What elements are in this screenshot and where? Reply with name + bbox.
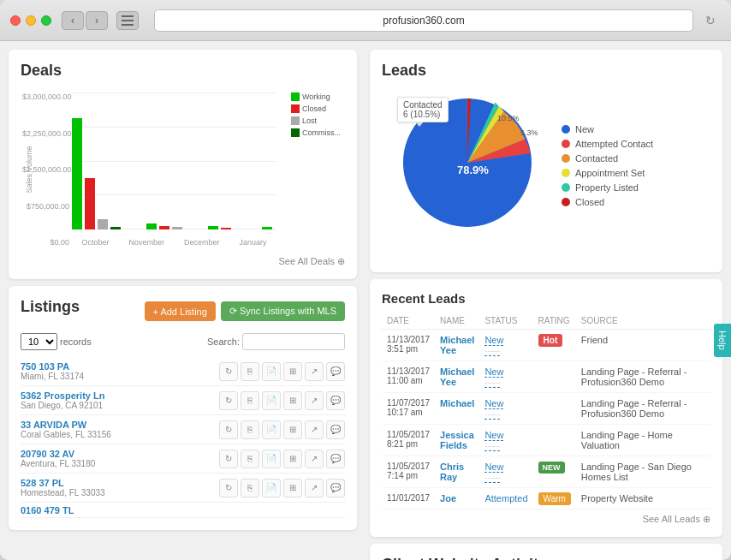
share-icon[interactable]: ↗: [305, 420, 324, 439]
lead-name-link[interactable]: MichaelYee: [440, 335, 474, 355]
listings-card: Listings + Add Listing ⟳ Sync Listings w…: [9, 286, 357, 530]
listing-row: 750 103 PA Miami, FL 33174 ↻ ⎘ 📄 ⊞ ↗ 💬: [21, 357, 345, 386]
cell-rating: [533, 361, 576, 393]
doc-icon[interactable]: 📄: [262, 420, 281, 439]
refresh-icon[interactable]: ↻: [219, 420, 238, 439]
listing-row: 20790 32 AV Aventura, FL 33180 ↻ ⎘ 📄 ⊞ ↗…: [21, 444, 345, 474]
listing-row: 5362 Prosperity Ln San Diego, CA 92101 ↻…: [21, 386, 345, 415]
refresh-icon[interactable]: ↻: [219, 362, 238, 381]
listing-address[interactable]: 33 ARVIDA PW: [21, 420, 111, 430]
see-all-leads[interactable]: See All Leads ⊕: [382, 509, 710, 525]
recent-leads-card: Recent Leads DATE NAME STATUS RATING SOU…: [370, 279, 722, 537]
listing-actions: ↻ ⎘ 📄 ⊞ ↗ 💬: [219, 450, 345, 468]
refresh-button[interactable]: ↻: [700, 12, 721, 29]
search-input[interactable]: [242, 333, 345, 350]
search-control: Search:: [207, 333, 345, 350]
cell-status: New------: [479, 456, 532, 488]
legend-closed: Closed: [291, 104, 341, 113]
pie-label-10-5: 10.5%: [497, 114, 520, 122]
cell-rating: Hot: [533, 330, 576, 361]
share-icon[interactable]: ↗: [305, 391, 324, 410]
share-icon[interactable]: ↗: [305, 450, 324, 468]
cell-status: New------: [479, 393, 532, 425]
refresh-icon[interactable]: ↻: [219, 479, 238, 497]
y-labels: $3,000,000.00 $2,250,000.00 $1,500,000.0…: [22, 92, 69, 247]
lead-name-link[interactable]: ChrisRay: [440, 462, 464, 482]
deals-card: Deals Sales Volume $3,000,000.00 $2,250,…: [9, 50, 357, 279]
listing-address[interactable]: 528 37 PL: [21, 478, 105, 488]
share-icon[interactable]: ↗: [305, 479, 324, 497]
add-listing-button[interactable]: + Add Listing: [145, 301, 216, 321]
forward-button[interactable]: ›: [86, 11, 108, 30]
doc-icon[interactable]: 📄: [262, 479, 281, 497]
close-button[interactable]: [10, 15, 21, 26]
status-new: New------: [484, 398, 503, 420]
bar-nov-closed: [159, 226, 169, 229]
pie-tooltip-label: Contacted: [403, 100, 443, 110]
grid-icon[interactable]: ⊞: [283, 391, 302, 410]
lead-name-link[interactable]: Michael: [440, 398, 474, 408]
status-new: New------: [484, 430, 503, 451]
listing-address[interactable]: 20790 32 AV: [21, 449, 95, 459]
svg-rect-1: [122, 20, 134, 21]
share-icon[interactable]: ↗: [305, 362, 324, 381]
refresh-icon[interactable]: ↻: [219, 450, 238, 468]
sync-listings-button[interactable]: ⟳ Sync Listings with MLS: [221, 301, 345, 321]
records-per-page[interactable]: 10 25 50: [21, 333, 57, 350]
bar-dec-closed: [221, 228, 231, 229]
listing-address[interactable]: 0160 479 TL: [21, 505, 74, 515]
back-button[interactable]: ‹: [62, 11, 84, 30]
grid-icon[interactable]: ⊞: [283, 362, 302, 381]
sidebar-help-tab[interactable]: Help: [714, 324, 731, 357]
table-row: 11/13/2017 3:51 pm MichaelYee New------ …: [382, 330, 710, 361]
cell-status: New------: [479, 361, 532, 393]
listing-info: 5362 Prosperity Ln San Diego, CA 92101: [21, 390, 104, 410]
grid-icon[interactable]: ⊞: [283, 479, 302, 497]
listing-address[interactable]: 750 103 PA: [21, 361, 84, 372]
copy-icon[interactable]: ⎘: [241, 479, 259, 497]
listing-actions: ↻ ⎘ 📄 ⊞ ↗ 💬: [219, 362, 345, 381]
bar-nov-working: [146, 223, 157, 229]
x-label-dec: December: [184, 238, 220, 247]
deals-title: Deals: [21, 62, 345, 80]
lead-name-link[interactable]: JessicaFields: [440, 430, 474, 450]
legend-dot-listed: [562, 183, 570, 192]
copy-icon[interactable]: ⎘: [241, 450, 259, 468]
maximize-button[interactable]: [41, 15, 51, 26]
chart-legend: Working Closed Lost: [291, 92, 341, 137]
cell-rating: new: [533, 456, 576, 488]
doc-icon[interactable]: 📄: [262, 450, 281, 468]
comment-icon[interactable]: 💬: [326, 391, 345, 410]
table-row: 11/05/2017 8:21 pm JessicaFields New----…: [382, 425, 710, 456]
comment-icon[interactable]: 💬: [326, 450, 345, 468]
grid-icon[interactable]: ⊞: [283, 420, 302, 439]
comment-icon[interactable]: 💬: [326, 362, 345, 381]
cell-status: Attempted: [479, 488, 532, 509]
lead-name-link[interactable]: MichaelYee: [440, 366, 474, 387]
cell-name: ChrisRay: [435, 456, 479, 488]
grid-icon[interactable]: ⊞: [283, 450, 302, 468]
listings-title: Listings: [21, 298, 80, 316]
cell-date: 11/05/2017 7:14 pm: [382, 456, 435, 488]
doc-icon[interactable]: 📄: [262, 362, 281, 381]
copy-icon[interactable]: ⎘: [241, 391, 259, 410]
copy-icon[interactable]: ⎘: [241, 362, 259, 381]
refresh-icon[interactable]: ↻: [219, 391, 238, 410]
comment-icon[interactable]: 💬: [326, 479, 345, 497]
minimize-button[interactable]: [26, 15, 36, 26]
address-bar[interactable]: profusion360.com: [154, 9, 693, 32]
comment-icon[interactable]: 💬: [326, 420, 345, 439]
copy-icon[interactable]: ⎘: [241, 420, 259, 439]
lead-name-link[interactable]: Joe: [440, 493, 456, 503]
svg-rect-0: [122, 15, 134, 17]
doc-icon[interactable]: 📄: [262, 391, 281, 410]
legend-label-closed: Closed: [575, 197, 604, 207]
col-status: STATUS: [479, 313, 532, 330]
view-button[interactable]: [116, 11, 139, 30]
cell-date: 11/13/2017 3:51 pm: [382, 330, 435, 361]
see-all-deals[interactable]: See All Deals ⊕: [21, 256, 345, 267]
listing-address[interactable]: 5362 Prosperity Ln: [21, 390, 104, 401]
legend-commission-label: Commiss...: [302, 128, 341, 137]
badge-new: new: [538, 462, 565, 474]
legend-closed-label: Closed: [302, 104, 326, 113]
